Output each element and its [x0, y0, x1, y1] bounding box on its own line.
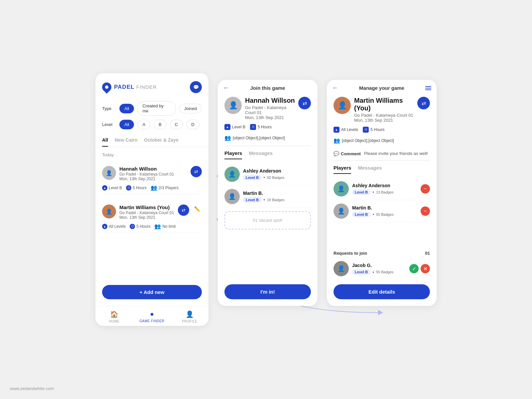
manage-hero-court: Go Padel - Katameya Court 01 [354, 113, 414, 118]
type-filter-row: Type All Created by me Joined [102, 101, 202, 116]
ashley-name: Ashley Anderson [243, 168, 311, 174]
comment-row: 💬 Comment Please invite your friends as … [327, 148, 437, 160]
manage-players-tab[interactable]: Players [333, 165, 351, 174]
comment-text: Please invite your friends as well! [364, 151, 428, 156]
join-players-tab[interactable]: Players [224, 150, 242, 159]
join-badge-hours: ⏱ 5 Hours [250, 124, 272, 130]
game-edit-martin[interactable]: ✏️ [193, 204, 202, 214]
avatar-jacob: 👤 [333, 261, 349, 276]
martinb-info: Martin B. Level B ● 19 Badges [243, 191, 311, 202]
manage-game-badges: ▲ All Levels ⏱ 5 Hours 👥 [object Object]… [327, 127, 437, 148]
manage-sub-tabs: Players Messages [327, 161, 437, 174]
nav-game-finder[interactable]: ● GAME FINDER [133, 310, 171, 323]
clock-icon-martin: ⏱ [130, 224, 135, 229]
manage-hero-name: Martin Williams (You) [354, 97, 414, 112]
meta-level-hannah: ▲ Level B [102, 185, 122, 191]
type-all-pill[interactable]: All [119, 104, 134, 113]
remove-martinb-button[interactable]: − [421, 206, 430, 216]
level-a-pill[interactable]: A [137, 120, 150, 129]
menu-line-1 [425, 86, 431, 87]
join-hero-action[interactable]: ⇄ [298, 97, 311, 109]
game-card-hannah: 👤 Hannah Willson Go Padel - Katameya Cou… [102, 161, 202, 195]
manage-hero-info: Martin Williams (You) Go Padel - Katamey… [354, 97, 414, 123]
accept-jacob-button[interactable]: ✓ [409, 264, 419, 273]
nav-profile[interactable]: 👤 PROFILE [171, 310, 208, 323]
type-filter-section: Type All Created by me Joined Level All … [95, 98, 208, 137]
game-name-hannah: Hannah Willson [119, 166, 187, 172]
logo-pin-icon [100, 80, 113, 94]
panel-padel-finder: PADEL FINDER 💬 Type All Created by me Jo… [95, 73, 208, 326]
avatar-ashley: 👤 [224, 167, 240, 182]
bottom-navigation: 🏠 HOME ● GAME FINDER 👤 PROFILE [95, 306, 208, 326]
vacant-spot: 01 Vacant spot! [224, 211, 311, 229]
join-back-button[interactable]: ← [223, 84, 229, 91]
jacob-badges: 55 Badges [376, 270, 394, 274]
avatar-hannah: 👤 [102, 166, 116, 180]
ashley-meta: Level B ● 50 Badges [243, 175, 311, 180]
im-in-button[interactable]: I'm in! [224, 284, 311, 299]
level-all-pill[interactable]: All [119, 120, 134, 129]
request-jacob: 👤 Jacob G. Level B ● 55 Badges ✓ ✕ [327, 258, 437, 279]
manage-messages-tab[interactable]: Messages [358, 165, 382, 174]
profile-icon: 👤 [186, 310, 194, 318]
game-header-martin: 👤 Martin Williams (You) Go Padel - Katam… [102, 204, 202, 220]
manage-ashley-meta: Level B ● 13 Badges [352, 190, 417, 195]
meta-players-martin: 👥 No limit [154, 223, 176, 229]
martinb-meta: Level B ● 19 Badges [243, 197, 311, 202]
manage-panel-title: Manage your game [359, 85, 404, 91]
type-filter-label: Type [102, 106, 116, 111]
type-created-pill[interactable]: Created by me [137, 101, 176, 116]
app-title: PADEL FINDER [114, 84, 157, 90]
join-sub-tabs: Players Messages [218, 146, 318, 159]
manage-badge-level: ▲ All Levels [333, 127, 358, 133]
level-icon: ▲ [102, 185, 107, 191]
edit-details-button[interactable]: Edit details [333, 284, 430, 299]
manage-martinb-level: Level B [352, 212, 370, 217]
add-new-button[interactable]: + Add new [102, 285, 202, 299]
level-c-pill[interactable]: C [170, 120, 183, 129]
manage-martinb-badges: 55 Badges [376, 212, 394, 216]
ashley-badges: 50 Badges [267, 176, 285, 180]
panel-join-game: ← Join this game 👤 Hannah Willson Go Pad… [218, 80, 318, 306]
manage-back-button[interactable]: ← [332, 84, 338, 91]
manage-hero-date: Mon, 13th Sep 2021 [354, 118, 414, 123]
today-section-label: Today [102, 152, 202, 157]
comment-icon: 💬 [333, 151, 339, 156]
join-messages-tab[interactable]: Messages [249, 150, 273, 159]
avatar-hannah-hero: 👤 [224, 97, 242, 114]
reject-jacob-button[interactable]: ✕ [421, 264, 430, 273]
manage-badge-players: 👥 [object Object],[object Object] [333, 137, 394, 144]
badge-hours-icon: ⏱ [250, 124, 256, 130]
join-player-martinb: 👤 Martin B. Level B ● 19 Badges [224, 186, 311, 208]
menu-button[interactable] [425, 86, 431, 90]
type-joined-pill[interactable]: Joined [179, 104, 202, 113]
games-list: Today 👤 Hannah Willson Go Padel - Katame… [95, 147, 208, 282]
join-hero-info: Hannah Willson Go Padel - Katameya Court… [245, 97, 295, 120]
game-action-hannah[interactable]: ⇄ [191, 166, 202, 177]
avatar-martin: 👤 [102, 204, 116, 218]
nav-home[interactable]: 🏠 HOME [95, 310, 133, 323]
meta-hours-hannah: ⏱ 5 Hours [126, 185, 147, 191]
manage-martinb-dot: ● [372, 213, 374, 216]
manage-ashley-dot: ● [372, 191, 374, 194]
level-b-pill[interactable]: B [154, 120, 167, 129]
game-info-martin: Martin Williams (You) Go Padel - Katamey… [119, 204, 175, 220]
ashley-info: Ashley Anderson Level B ● 50 Badges [243, 168, 311, 180]
manage-martinb-info: Martin B. Level B ● 55 Badges [352, 205, 417, 217]
manage-player-martinb: 👤 Martin B. Level B ● 55 Badges − [333, 200, 430, 222]
level-d-pill[interactable]: D [186, 120, 199, 129]
join-players-list: 👤 Ashley Anderson Level B ● 50 Badges 👤 … [218, 159, 318, 279]
location-all-tab[interactable]: All [102, 137, 108, 147]
remove-ashley-button[interactable]: − [421, 184, 430, 194]
manage-hero-action[interactable]: ⇄ [417, 97, 430, 109]
manage-avatar-martinb: 👤 [333, 203, 349, 219]
notification-button[interactable]: 💬 [190, 81, 202, 93]
location-newcairo-tab[interactable]: New Cairo [115, 137, 137, 147]
manage-game-hero: 👤 Martin Williams (You) Go Padel - Katam… [327, 93, 437, 127]
avatar-martinb: 👤 [224, 189, 240, 204]
watermark: www.zedandwhite.com [10, 386, 54, 391]
location-october-tab[interactable]: October & Zaye [144, 137, 178, 147]
game-date-martin: Mon, 13th Sep 2021 [119, 215, 175, 220]
game-action-martin[interactable]: ⇄ [178, 204, 189, 216]
svg-marker-2 [378, 310, 383, 315]
